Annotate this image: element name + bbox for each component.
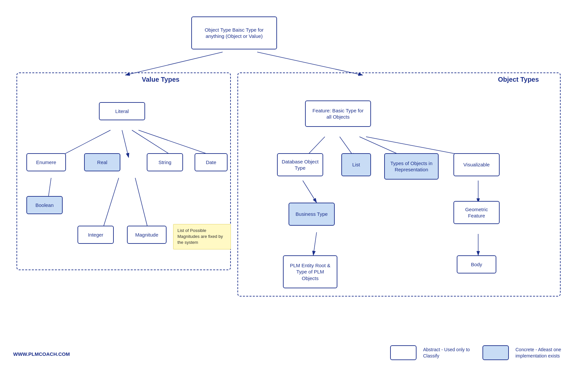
object-types-label: Object Types <box>498 76 539 83</box>
real-node: Real <box>84 153 120 171</box>
visualizable-node: Visualizable <box>453 153 500 176</box>
magnitude-node: Magnitude <box>127 226 167 244</box>
types-of-objects-node: Types of Objects in Representation <box>384 153 439 180</box>
enumere-node: Enumere <box>26 153 66 171</box>
geometric-feature-node: Geometric Feature <box>453 201 500 224</box>
legend: Abstract - Used only to Classify Concret… <box>390 345 568 360</box>
list-node: List <box>341 153 371 176</box>
boolean-node: Boolean <box>26 196 63 214</box>
diagram-container: Object Type Baisc Type for anything (Obj… <box>0 0 588 370</box>
business-type-node: Business Type <box>289 203 335 226</box>
svg-line-2 <box>257 52 363 75</box>
legend-abstract-box <box>390 345 417 360</box>
root-node: Object Type Baisc Type for anything (Obj… <box>191 16 277 49</box>
literal-node: Literal <box>99 102 145 120</box>
string-node: String <box>147 153 183 171</box>
feature-node: Feature: Basic Type for all Objects <box>305 100 371 127</box>
watermark: WWW.PLMCOACH.COM <box>13 351 70 357</box>
integer-node: Integer <box>77 226 114 244</box>
note-box: List of Possible Magnitudes are fixed by… <box>173 224 231 249</box>
plm-entity-node: PLM Entity Root & Type of PLM Objects <box>283 255 337 288</box>
database-object-type-node: Database Object Type <box>277 153 323 176</box>
legend-abstract-label: Abstract - Used only to Classify <box>423 347 476 358</box>
value-types-label: Value Types <box>142 76 179 83</box>
legend-concrete-box <box>482 345 509 360</box>
date-node: Date <box>195 153 228 171</box>
legend-concrete-label: Concrete - Atleast one implementation ex… <box>515 347 568 358</box>
body-node: Body <box>457 255 496 273</box>
svg-line-1 <box>125 52 223 75</box>
